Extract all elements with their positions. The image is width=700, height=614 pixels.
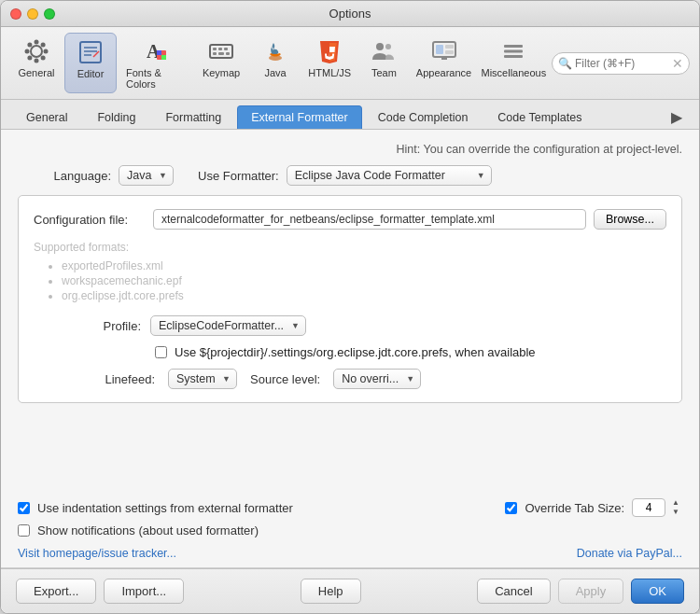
search-clear-icon[interactable]: ✕ (672, 56, 683, 71)
override-tab-checkbox[interactable] (505, 502, 517, 514)
tab-code-completion[interactable]: Code Completion (364, 105, 483, 129)
tab-folding[interactable]: Folding (83, 105, 149, 129)
svg-rect-21 (224, 48, 228, 50)
footer-center: Help (191, 579, 469, 604)
team-icon (369, 36, 399, 66)
profile-row: Profile: EclipseCodeFormatter... (90, 315, 666, 336)
options-window: Options (0, 0, 700, 614)
indentation-row: Use indentation settings from external f… (18, 498, 682, 517)
svg-rect-33 (436, 45, 443, 54)
svg-rect-22 (213, 52, 217, 55)
fonts-colors-icon: A (141, 36, 171, 66)
linefeed-select[interactable]: System (168, 369, 237, 389)
titlebar: Options (1, 1, 699, 27)
visit-link[interactable]: Visit homepage/issue tracker... (18, 547, 176, 560)
apply-button[interactable]: Apply (558, 579, 624, 604)
minimize-button[interactable] (27, 8, 38, 20)
override-tab-label: Override Tab Size: (525, 501, 624, 515)
toolbar-label-editor: Editor (77, 68, 105, 79)
search-input[interactable] (575, 57, 668, 70)
supported-formats-label: Supported formats: (34, 241, 666, 254)
use-indentation-label: Use indentation settings from external f… (37, 501, 293, 515)
format-list: exportedProfiles.xml workspacemechanic.e… (34, 259, 666, 302)
general-icon (21, 36, 51, 66)
toolbar-label-miscellaneous: Miscellaneous (481, 67, 546, 78)
svg-line-13 (93, 51, 99, 57)
content-area: General Folding Formatting External Form… (1, 100, 699, 613)
source-level-select-wrap: No overri... (333, 369, 421, 389)
toolbar-item-java[interactable]: Java (249, 33, 301, 93)
ok-button[interactable]: OK (631, 579, 684, 604)
toolbar-label-appearance: Appearance (416, 67, 471, 78)
donate-link[interactable]: Donate via PayPal... (577, 547, 682, 560)
svg-rect-20 (218, 48, 222, 50)
use-project-settings-row: Use ${projectdir}/.settings/org.eclipse.… (155, 345, 666, 359)
format-item-0: exportedProfiles.xml (62, 259, 666, 272)
source-level-select[interactable]: No overri... (333, 369, 421, 389)
formatter-select[interactable]: Eclipse Java Code Formatter (287, 165, 492, 186)
toolbar-label-java: Java (264, 67, 286, 78)
toolbar-item-editor[interactable]: Editor (64, 33, 117, 93)
formatter-select-wrap: Eclipse Java Code Formatter (287, 165, 492, 186)
svg-point-3 (25, 49, 30, 54)
toolbar-item-general[interactable]: General (10, 33, 63, 93)
close-button[interactable] (10, 8, 21, 20)
tab-size-up-button[interactable]: ▲ (669, 498, 682, 508)
toolbar-item-htmljs[interactable]: HTML/JS (303, 33, 356, 93)
use-indentation-checkbox[interactable] (18, 502, 30, 514)
import-button[interactable]: Import... (104, 579, 184, 604)
svg-rect-38 (504, 45, 523, 48)
tab-size-input[interactable]: 4 (632, 498, 665, 517)
svg-rect-35 (445, 50, 454, 54)
toolbar-item-miscellaneous[interactable]: Miscellaneous (478, 33, 550, 93)
toolbar-item-appearance[interactable]: Appearance (412, 33, 475, 93)
toolbar: General Editor (1, 27, 699, 100)
show-notifications-label: Show notifications (about used formatter… (37, 523, 259, 537)
notifications-row: Show notifications (about used formatter… (18, 523, 682, 537)
java-icon (260, 36, 290, 66)
svg-point-6 (41, 56, 46, 61)
help-button[interactable]: Help (301, 579, 361, 604)
tab-size-down-button[interactable]: ▼ (669, 508, 682, 517)
profile-select[interactable]: EclipseCodeFormatter... (150, 315, 306, 336)
source-level-label: Source level: (250, 372, 320, 386)
tab-code-templates[interactable]: Code Templates (483, 105, 595, 129)
miscellaneous-icon (498, 36, 528, 66)
svg-point-8 (27, 56, 32, 61)
browse-button[interactable]: Browse... (594, 209, 666, 230)
window-title: Options (329, 7, 371, 21)
cancel-button[interactable]: Cancel (477, 579, 550, 604)
toolbar-label-general: General (18, 67, 54, 78)
editor-icon (76, 37, 105, 67)
tab-external-formatter[interactable]: External Formatter (237, 105, 362, 129)
config-file-row: Configuration file: xternalcodeformatter… (34, 209, 666, 230)
search-icon: 🔍 (558, 57, 572, 70)
svg-point-31 (385, 44, 391, 49)
svg-rect-23 (218, 52, 224, 55)
show-notifications-checkbox[interactable] (18, 524, 30, 537)
config-file-value: xternalcodeformatter_for_netbeans/eclips… (153, 209, 586, 230)
profile-label: Profile: (90, 319, 141, 333)
language-select[interactable]: Java (119, 165, 174, 186)
toolbar-item-fonts-colors[interactable]: A Fonts & Colors (119, 33, 193, 93)
footer-right: Cancel Apply OK (477, 579, 684, 604)
footer: Export... Import... Help Cancel Apply OK (1, 568, 699, 613)
svg-rect-39 (504, 50, 523, 53)
svg-point-4 (44, 49, 49, 54)
svg-rect-16 (157, 50, 161, 55)
linefeed-select-wrap: System (168, 369, 237, 389)
format-item-2: org.eclipse.jdt.core.prefs (62, 289, 666, 302)
search-box[interactable]: 🔍 ✕ (552, 52, 690, 75)
toolbar-label-fonts-colors: Fonts & Colors (126, 67, 186, 90)
svg-rect-24 (226, 52, 230, 55)
tabs-overflow-arrow[interactable]: ▶ (665, 106, 688, 128)
maximize-button[interactable] (44, 8, 55, 20)
tab-general[interactable]: General (12, 105, 81, 129)
tab-formatting[interactable]: Formatting (151, 105, 235, 129)
export-button[interactable]: Export... (16, 579, 96, 604)
toolbar-item-team[interactable]: Team (357, 33, 410, 93)
toolbar-item-keymap[interactable]: Keymap (195, 33, 247, 93)
language-row: Language: Java Use Formatter: Eclipse Ja… (18, 165, 682, 186)
profile-select-wrap: EclipseCodeFormatter... (150, 315, 306, 336)
use-project-settings-checkbox[interactable] (155, 346, 167, 358)
